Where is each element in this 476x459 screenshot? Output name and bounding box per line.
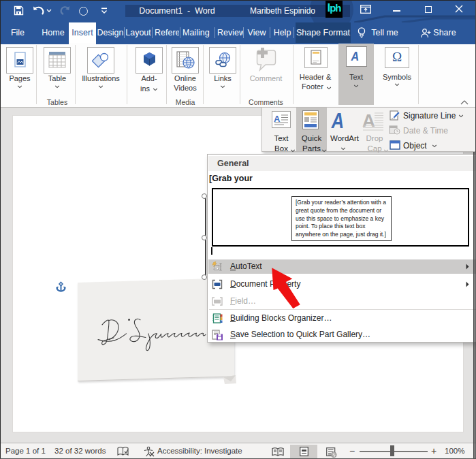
- svg-text:Ω: Ω: [392, 50, 402, 64]
- svg-text:A: A: [350, 49, 359, 63]
- svg-text:A: A: [331, 111, 344, 130]
